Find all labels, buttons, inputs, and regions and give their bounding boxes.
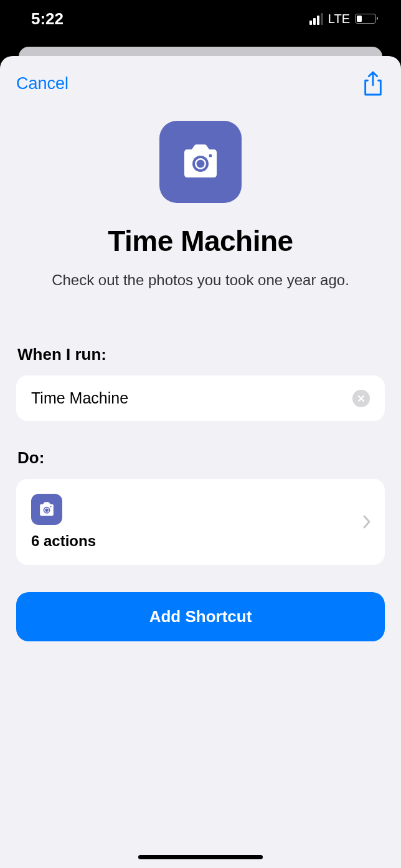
do-section-label: Do: bbox=[16, 448, 385, 468]
camera-icon bbox=[178, 143, 223, 181]
when-section-label: When I run: bbox=[16, 345, 385, 364]
svg-point-6 bbox=[45, 509, 48, 512]
actions-row[interactable]: 6 actions bbox=[16, 479, 385, 565]
app-icon-container bbox=[16, 121, 385, 203]
cancel-button[interactable]: Cancel bbox=[16, 74, 68, 93]
shortcut-title: Time Machine bbox=[16, 224, 385, 258]
share-button[interactable] bbox=[361, 71, 385, 96]
status-indicators: LTE bbox=[309, 12, 376, 26]
sheet-header: Cancel bbox=[16, 71, 385, 96]
svg-point-3 bbox=[209, 154, 212, 158]
clear-input-button[interactable] bbox=[352, 390, 370, 407]
close-icon bbox=[357, 395, 365, 402]
signal-icon bbox=[309, 13, 323, 25]
actions-mini-icon bbox=[31, 494, 62, 525]
actions-count: 6 actions bbox=[31, 532, 96, 550]
battery-icon bbox=[355, 14, 376, 24]
add-shortcut-sheet: Cancel Time Machine Check out the photos… bbox=[0, 56, 401, 868]
shortcut-app-icon bbox=[159, 121, 242, 203]
chevron-right-icon bbox=[362, 514, 371, 529]
status-bar: 5:22 LTE bbox=[0, 0, 401, 37]
home-indicator[interactable] bbox=[138, 855, 263, 859]
share-icon bbox=[361, 71, 385, 97]
svg-point-7 bbox=[50, 506, 52, 507]
svg-point-2 bbox=[197, 160, 205, 168]
status-time: 5:22 bbox=[31, 9, 64, 29]
shortcut-subtitle: Check out the photos you took one year a… bbox=[16, 271, 385, 289]
network-label: LTE bbox=[328, 12, 350, 26]
shortcut-name-input[interactable]: Time Machine bbox=[16, 375, 385, 421]
add-shortcut-button[interactable]: Add Shortcut bbox=[16, 592, 385, 641]
camera-icon bbox=[37, 501, 56, 517]
shortcut-name-value: Time Machine bbox=[31, 389, 352, 407]
